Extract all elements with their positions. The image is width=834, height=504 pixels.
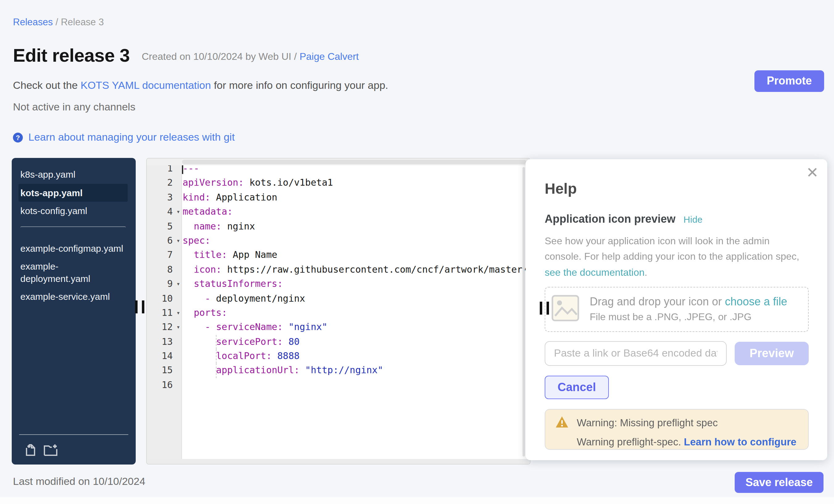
title-row: Edit release 3 Created on 10/10/2024 by …	[13, 45, 359, 66]
line-number: 10	[147, 291, 181, 306]
code-content: servicePort: 80	[181, 335, 530, 349]
code-line-14[interactable]: 14 localPort: 8888	[147, 349, 530, 364]
file-item-example-service-yaml[interactable]: example-service.yaml	[19, 287, 128, 306]
see-documentation-link[interactable]: see the documentation	[545, 267, 644, 277]
fold-arrow-icon[interactable]: ▾	[177, 306, 179, 321]
code-content: ports:	[181, 306, 530, 321]
line-number: 2	[147, 176, 181, 191]
created-info: Created on 10/10/2024 by Web UI / Paige …	[141, 51, 359, 62]
line-number: 16	[147, 378, 181, 393]
code-content: title: App Name	[181, 248, 530, 263]
breadcrumb-current: Release 3	[61, 17, 104, 27]
breadcrumb-releases-link[interactable]: Releases	[13, 17, 53, 27]
help-panel: ✕ Help Application icon preview Hide See…	[526, 159, 827, 460]
line-number: 13	[147, 335, 181, 349]
code-line-11[interactable]: 11▾ ports:	[147, 306, 530, 321]
editor-bottom-scrollbar[interactable]	[147, 459, 530, 464]
help-panel-resize-handle[interactable]	[540, 302, 549, 314]
icon-preview-title: Application icon preview	[545, 213, 676, 226]
code-content: icon: https://raw.githubusercontent.com/…	[181, 262, 530, 277]
code-line-9[interactable]: 9▾ statusInformers:	[147, 277, 530, 291]
code-line-3[interactable]: 3kind: Application	[147, 191, 530, 205]
edit-release-page: Releases / Release 3 Edit release 3 Crea…	[0, 0, 834, 504]
save-release-button[interactable]: Save release	[735, 472, 824, 493]
kots-yaml-docs-link[interactable]: KOTS YAML documentation	[81, 80, 211, 91]
file-tree-sidebar: k8s-app.yamlkots-app.yamlkots-config.yam…	[12, 158, 136, 464]
code-line-16[interactable]: 16	[147, 378, 530, 393]
code-line-10[interactable]: 10 - deployment/nginx	[147, 291, 530, 306]
code-line-8[interactable]: 8 icon: https://raw.githubusercontent.co…	[147, 262, 530, 277]
fold-arrow-icon[interactable]: ▾	[177, 234, 179, 248]
sidebar-resize-handle[interactable]	[135, 301, 144, 313]
question-circle-icon: ?	[13, 133, 23, 143]
code-line-5[interactable]: 5 name: nginx	[147, 219, 530, 234]
yaml-editor[interactable]: 1---2apiVersion: kots.io/v1beta13kind: A…	[146, 158, 530, 464]
breadcrumb: Releases / Release 3	[13, 17, 104, 28]
line-number: 5	[147, 219, 181, 234]
file-group-divider	[20, 226, 126, 233]
code-content: statusInformers:	[181, 277, 530, 291]
image-placeholder-icon	[551, 295, 579, 324]
line-number: 12▾	[147, 321, 181, 335]
line-number: 4▾	[147, 205, 181, 219]
icon-dropzone[interactable]: Drag and drop your icon or choose a file…	[545, 287, 809, 332]
code-content: metadata:	[181, 205, 530, 219]
code-line-4[interactable]: 4▾metadata:	[147, 205, 530, 219]
created-author-link[interactable]: Paige Calvert	[300, 51, 359, 62]
icon-preview-section-header: Application icon preview Hide	[545, 213, 809, 226]
fold-arrow-icon[interactable]: ▾	[177, 205, 179, 219]
new-folder-icon[interactable]	[43, 443, 58, 457]
code-line-2[interactable]: 2apiVersion: kots.io/v1beta1	[147, 176, 530, 191]
editor-top-scrollbar[interactable]	[147, 158, 530, 165]
choose-file-link[interactable]: choose a file	[725, 296, 787, 308]
sidebar-actions	[25, 443, 58, 457]
code-content: name: nginx	[181, 219, 530, 234]
editor-rows: 1---2apiVersion: kots.io/v1beta13kind: A…	[147, 162, 530, 393]
cancel-button[interactable]: Cancel	[545, 376, 609, 399]
fold-arrow-icon[interactable]: ▾	[177, 321, 179, 335]
file-item-k8s-app-yaml[interactable]: k8s-app.yaml	[19, 165, 128, 183]
icon-preview-description: See how your application icon will look …	[545, 233, 809, 280]
breadcrumb-separator: /	[56, 17, 61, 27]
page-title: Edit release 3	[13, 45, 130, 66]
file-item-kots-app-yaml[interactable]: kots-app.yaml	[19, 183, 128, 202]
sidebar-bottom-divider	[19, 434, 128, 435]
warning-body: Warning preflight-spec. Learn how to con…	[577, 436, 798, 448]
file-item-example-deployment-yaml[interactable]: example-deployment.yaml	[19, 257, 128, 287]
code-line-12[interactable]: 12▾ - serviceName: "nginx"	[147, 321, 530, 335]
file-list: k8s-app.yamlkots-app.yamlkots-config.yam…	[12, 158, 136, 306]
code-line-7[interactable]: 7 title: App Name	[147, 248, 530, 263]
warning-configure-link[interactable]: Learn how to configure	[684, 436, 796, 447]
editor-vertical-scrollbar[interactable]	[523, 167, 525, 457]
fold-arrow-icon[interactable]: ▾	[177, 277, 179, 291]
code-line-6[interactable]: 6▾spec:	[147, 234, 530, 248]
close-icon[interactable]: ✕	[806, 165, 818, 180]
line-number: 6▾	[147, 234, 181, 248]
code-content: spec:	[181, 234, 530, 248]
code-content: - deployment/nginx	[181, 291, 530, 306]
line-number: 11▾	[147, 306, 181, 321]
hide-link[interactable]: Hide	[683, 214, 703, 224]
file-item-example-configmap-yaml[interactable]: example-configmap.yaml	[19, 239, 128, 257]
docs-line: Check out the KOTS YAML documentation fo…	[13, 80, 388, 92]
code-line-15[interactable]: 15 applicationUrl: "http://nginx"	[147, 364, 530, 378]
bottom-strip	[0, 497, 834, 504]
code-line-13[interactable]: 13 servicePort: 80	[147, 335, 530, 349]
line-number: 3	[147, 191, 181, 205]
last-modified-note: Last modified on 10/10/2024	[13, 476, 145, 488]
file-item-kots-config-yaml[interactable]: kots-config.yaml	[19, 202, 128, 220]
help-title: Help	[545, 180, 809, 197]
warning-title: Warning: Missing preflight spec	[577, 417, 718, 429]
line-number: 7	[147, 248, 181, 263]
icon-url-row: Preview	[545, 341, 809, 366]
dropzone-text: Drag and drop your icon or choose a file…	[590, 296, 787, 323]
icon-url-input[interactable]	[545, 341, 727, 366]
code-content	[181, 378, 530, 393]
new-file-icon[interactable]	[25, 443, 37, 457]
git-help-link[interactable]: Learn about managing your releases with …	[28, 131, 235, 144]
warning-triangle-icon	[555, 416, 569, 431]
code-content: apiVersion: kots.io/v1beta1	[181, 176, 530, 191]
code-content: - serviceName: "nginx"	[181, 321, 530, 335]
promote-button[interactable]: Promote	[754, 70, 824, 92]
preview-button[interactable]: Preview	[735, 342, 809, 365]
